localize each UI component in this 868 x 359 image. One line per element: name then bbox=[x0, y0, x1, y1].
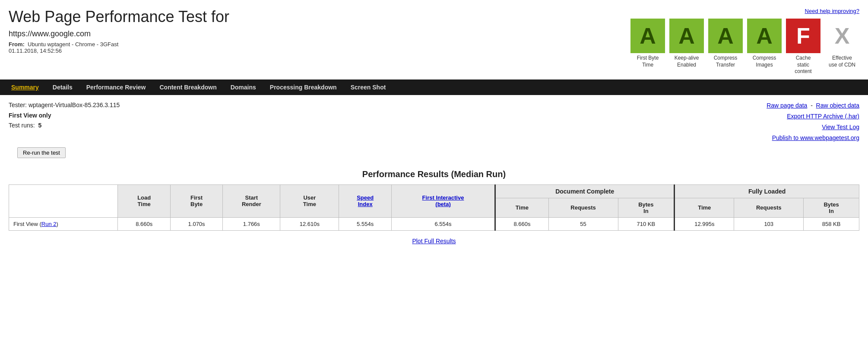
col-dc-time: Time bbox=[495, 198, 548, 217]
view-test-log-link[interactable]: View Test Log bbox=[822, 124, 859, 130]
row-value-4: 5.554s bbox=[339, 217, 391, 230]
test-runs-label: Test runs: bbox=[9, 122, 35, 129]
row-value-0: 8.660s bbox=[118, 217, 170, 230]
col-first-byte: FirstByte bbox=[170, 184, 222, 217]
col-start-render: StartRender bbox=[223, 184, 280, 217]
page-title: Web Page Performance Test for bbox=[9, 8, 229, 26]
export-har-link[interactable]: Export HTTP Archive (.har) bbox=[787, 113, 859, 120]
empty-header bbox=[9, 184, 118, 217]
nav-item-content-breakdown[interactable]: Content Breakdown bbox=[152, 79, 223, 95]
grade-box-5: X bbox=[825, 19, 859, 53]
row-value-5: 6.554s bbox=[391, 217, 495, 230]
col-first-interactive: First Interactive(beta) bbox=[391, 184, 495, 217]
test-runs: Test runs: 5 bbox=[9, 121, 120, 131]
row-value-6: 8.660s bbox=[495, 217, 548, 230]
row-value-11: 858 KB bbox=[804, 217, 859, 230]
raw-page-data-link[interactable]: Raw page data bbox=[767, 102, 807, 109]
header-right: Need help improving? AFirst ByteTimeAKee… bbox=[630, 8, 859, 75]
first-interactive-link[interactable]: First Interactive(beta) bbox=[422, 194, 464, 207]
col-fl-time: Time bbox=[675, 198, 734, 217]
date-line: 01.11.2018, 14:52:56 bbox=[9, 48, 229, 54]
need-help-link[interactable]: Need help improving? bbox=[805, 8, 859, 14]
tester-info: Tester: wptagent-VirtualBox-85.236.3.115 bbox=[9, 100, 120, 111]
col-dc-requests: Requests bbox=[548, 198, 618, 217]
nav-item-summary[interactable]: Summary bbox=[4, 79, 46, 95]
grade-item-0: AFirst ByteTime bbox=[630, 19, 665, 68]
rerun-button[interactable]: Re-run the test bbox=[17, 147, 66, 158]
col-speed-index: SpeedIndex bbox=[339, 184, 391, 217]
nav-item-details[interactable]: Details bbox=[46, 79, 79, 95]
raw-object-data-link[interactable]: Raw object data bbox=[816, 102, 859, 109]
nav-item-domains[interactable]: Domains bbox=[224, 79, 263, 95]
header-area: Web Page Performance Test for https://ww… bbox=[0, 0, 868, 79]
results-table-wrap: LoadTime FirstByte StartRender UserTime … bbox=[0, 184, 868, 235]
grade-item-4: FCachestaticcontent bbox=[786, 19, 820, 75]
table-row: First View (Run 2)8.660s1.070s1.766s12.6… bbox=[9, 217, 859, 230]
header-left: Web Page Performance Test for https://ww… bbox=[9, 8, 229, 54]
info-bar: Tester: wptagent-VirtualBox-85.236.3.115… bbox=[0, 95, 868, 146]
grade-label-5: Effectiveuse of CDN bbox=[829, 55, 855, 68]
grade-label-0: First ByteTime bbox=[637, 55, 659, 68]
grade-box-2: A bbox=[708, 19, 743, 53]
grades-row: AFirst ByteTimeAKeep-aliveEnabledACompre… bbox=[630, 19, 859, 75]
row-value-1: 1.070s bbox=[170, 217, 222, 230]
grade-item-2: ACompressTransfer bbox=[708, 19, 743, 68]
row-value-2: 1.766s bbox=[223, 217, 280, 230]
col-user-time: UserTime bbox=[280, 184, 339, 217]
col-fl-requests: Requests bbox=[734, 198, 804, 217]
row-value-3: 12.610s bbox=[280, 217, 339, 230]
run-link[interactable]: Run 2 bbox=[41, 221, 57, 227]
from-line: From: Ubuntu wptagent - Chrome - 3GFast bbox=[9, 41, 229, 48]
results-table: LoadTime FirstByte StartRender UserTime … bbox=[9, 184, 859, 231]
col-load-time: LoadTime bbox=[118, 184, 170, 217]
fully-loaded-header: Fully Loaded bbox=[675, 184, 859, 198]
grade-item-3: ACompressImages bbox=[747, 19, 782, 68]
from-label: From: bbox=[9, 41, 25, 48]
row-value-9: 12.995s bbox=[675, 217, 734, 230]
row-value-10: 103 bbox=[734, 217, 804, 230]
grade-box-3: A bbox=[747, 19, 782, 53]
grade-item-1: AKeep-aliveEnabled bbox=[669, 19, 704, 68]
grade-label-3: CompressImages bbox=[753, 55, 776, 68]
row-label: First View (Run 2) bbox=[9, 217, 118, 230]
nav-item-performance-review[interactable]: Performance Review bbox=[79, 79, 153, 95]
plot-link-area: Plot Full Results bbox=[0, 235, 868, 249]
grade-label-1: Keep-aliveEnabled bbox=[675, 55, 699, 68]
col-fl-bytes: BytesIn bbox=[804, 198, 859, 217]
grade-box-0: A bbox=[630, 19, 665, 53]
grade-box-4: F bbox=[786, 19, 820, 53]
test-runs-value: 5 bbox=[38, 122, 41, 129]
grade-box-1: A bbox=[669, 19, 704, 53]
speed-index-link[interactable]: SpeedIndex bbox=[357, 194, 374, 207]
nav-item-processing-breakdown[interactable]: Processing Breakdown bbox=[263, 79, 344, 95]
row-value-8: 710 KB bbox=[618, 217, 675, 230]
grade-item-5: XEffectiveuse of CDN bbox=[825, 19, 859, 68]
page-url: https://www.google.com bbox=[9, 29, 229, 38]
nav-bar: SummaryDetailsPerformance ReviewContent … bbox=[0, 79, 868, 95]
info-left: Tester: wptagent-VirtualBox-85.236.3.115… bbox=[9, 100, 120, 144]
from-value: Ubuntu wptagent - Chrome - 3GFast bbox=[28, 41, 118, 48]
publish-link[interactable]: Publish to www.webpagetest.org bbox=[772, 134, 859, 141]
first-view-label: First View only bbox=[9, 111, 120, 121]
row-value-7: 55 bbox=[548, 217, 618, 230]
section-title: Performance Results (Median Run) bbox=[0, 169, 868, 179]
grade-label-2: CompressTransfer bbox=[714, 55, 738, 68]
nav-item-screen-shot[interactable]: Screen Shot bbox=[344, 79, 393, 95]
info-right: Raw page data - Raw object data Export H… bbox=[767, 100, 859, 144]
plot-full-results-link[interactable]: Plot Full Results bbox=[412, 238, 456, 245]
doc-complete-header: Document Complete bbox=[495, 184, 675, 198]
col-dc-bytes: BytesIn bbox=[618, 198, 675, 217]
grade-label-4: Cachestaticcontent bbox=[795, 55, 811, 75]
